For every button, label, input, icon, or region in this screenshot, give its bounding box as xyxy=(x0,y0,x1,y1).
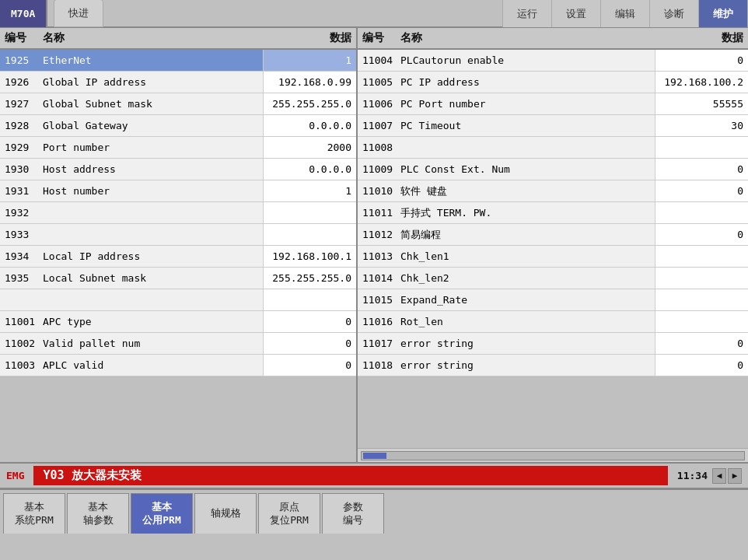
right-table-row[interactable]: 11010软件 键盘0 xyxy=(358,180,748,202)
cell-data: 0.0.0.0 xyxy=(263,115,356,136)
cell-name: Global Subnet mask xyxy=(43,98,263,110)
cell-num: 11012 xyxy=(358,229,400,240)
left-table-row[interactable]: 1934Local IP address192.168.100.1 xyxy=(0,246,356,268)
cell-num: 11002 xyxy=(0,338,43,349)
cell-num: 1935 xyxy=(0,272,43,284)
bottom-tab[interactable]: 基本 系统PRM xyxy=(3,493,65,534)
cell-data: 55555 xyxy=(655,93,748,114)
right-table-row[interactable]: 11012简易编程0 xyxy=(358,224,748,246)
arrow-right[interactable]: ▶ xyxy=(728,468,742,484)
bottom-tab[interactable]: 基本 公用PRM xyxy=(131,493,193,534)
right-table-row[interactable]: 11006PC Port number55555 xyxy=(358,93,748,115)
left-table-row[interactable]: 1928Global Gateway0.0.0.0 xyxy=(0,115,356,137)
left-table-row[interactable]: 1929Port number2000 xyxy=(0,137,356,159)
cell-data: 0 xyxy=(263,355,356,376)
cell-data xyxy=(655,246,748,267)
left-table-row[interactable]: 1927Global Subnet mask255.255.255.0 xyxy=(0,93,356,115)
left-table-row[interactable]: 11002Valid pallet num0 xyxy=(0,333,356,355)
cell-num: 1932 xyxy=(0,207,43,219)
cell-name: PLCautorun enable xyxy=(400,54,655,66)
cell-data: 192.168.0.99 xyxy=(263,72,356,93)
left-header-name: 名称 xyxy=(43,31,263,45)
nav-tab-设置[interactable]: 设置 xyxy=(551,0,600,27)
time-label: 11:34 xyxy=(677,470,708,481)
cell-name: Local IP address xyxy=(43,250,263,262)
right-table-row[interactable]: 11007PC Timeout30 xyxy=(358,115,748,137)
left-table-row[interactable]: 1932 xyxy=(0,202,356,224)
left-table-row[interactable]: 1926Global IP address192.168.0.99 xyxy=(0,72,356,93)
nav-tab-编辑[interactable]: 编辑 xyxy=(600,0,649,27)
right-table-row[interactable]: 11015Expand_Rate xyxy=(358,289,748,311)
right-panel: 编号 名称 数据 11004PLCautorun enable011005PC … xyxy=(358,28,748,462)
cell-num: 11013 xyxy=(358,250,400,262)
cell-data: 0 xyxy=(655,355,748,376)
cell-num: 1926 xyxy=(0,76,43,88)
status-message: Y03 放大器未安装 xyxy=(33,466,667,485)
cell-name: PC Timeout xyxy=(400,120,655,131)
cell-name: Valid pallet num xyxy=(43,338,263,349)
left-table-row[interactable]: 11001APC type0 xyxy=(0,311,356,333)
right-table-row[interactable]: 11016Rot_len xyxy=(358,311,748,333)
bottom-tab[interactable]: 参数 编号 xyxy=(322,493,384,534)
cell-name: 手持式 TERM. PW. xyxy=(400,206,655,220)
time-display: 11:34 ◀ ▶ xyxy=(677,468,742,484)
cell-name: 简易编程 xyxy=(400,228,655,242)
left-table-row[interactable]: 11003APLC valid0 xyxy=(0,355,356,376)
left-table-row[interactable]: 1933 xyxy=(0,224,356,246)
left-header-num: 编号 xyxy=(0,31,43,45)
nav-tab-运行[interactable]: 运行 xyxy=(502,0,551,27)
left-panel: 编号 名称 数据 1925EtherNet11926Global IP addr… xyxy=(0,28,358,462)
right-table-row[interactable]: 11011手持式 TERM. PW. xyxy=(358,202,748,224)
bottom-tab[interactable]: 基本 轴参数 xyxy=(67,493,129,534)
cell-data: 0 xyxy=(655,159,748,180)
right-header-num: 编号 xyxy=(358,31,400,45)
cell-data: 1 xyxy=(263,180,356,201)
cell-data: 255.255.255.0 xyxy=(263,93,356,114)
nav-tab-维护[interactable]: 维护 xyxy=(698,0,748,27)
cell-num: 11005 xyxy=(358,76,400,88)
cell-num: 1933 xyxy=(0,229,43,240)
right-table-header: 编号 名称 数据 xyxy=(358,28,748,50)
cell-data xyxy=(655,268,748,289)
bottom-tab[interactable]: 原点 复位PRM xyxy=(258,493,320,534)
cell-data: 0 xyxy=(655,180,748,201)
cell-data: 255.255.255.0 xyxy=(263,268,356,289)
cell-data: 0 xyxy=(655,224,748,245)
cell-name: error string xyxy=(400,359,655,371)
bottom-tab[interactable]: 轴规格 xyxy=(194,493,257,534)
cell-num: 1928 xyxy=(0,120,43,131)
cell-num: 1925 xyxy=(0,54,43,66)
cell-data xyxy=(263,202,356,223)
cell-num: 1934 xyxy=(0,250,43,262)
right-table-row[interactable]: 11008 xyxy=(358,137,748,159)
right-table-row[interactable]: 11018error string0 xyxy=(358,355,748,376)
right-table-row[interactable]: 11009PLC Const Ext. Num0 xyxy=(358,159,748,180)
cell-data: 2000 xyxy=(263,137,356,158)
left-table-row[interactable]: 1935Local Subnet mask255.255.255.0 xyxy=(0,268,356,289)
cell-data xyxy=(263,224,356,245)
bottom-tabs: 基本 系统PRM基本 轴参数基本 公用PRM轴规格原点 复位PRM参数 编号 xyxy=(0,488,748,534)
cell-name: Expand_Rate xyxy=(400,294,655,306)
cell-name: EtherNet xyxy=(43,54,263,66)
left-table-row[interactable] xyxy=(0,289,356,311)
cell-name: Host number xyxy=(43,185,263,197)
cell-data: 192.168.100.2 xyxy=(655,72,748,93)
left-table-header: 编号 名称 数据 xyxy=(0,28,356,50)
cell-name: APC type xyxy=(43,316,263,327)
arrow-left[interactable]: ◀ xyxy=(712,468,726,484)
left-table-row[interactable]: 1930Host address0.0.0.0 xyxy=(0,159,356,180)
right-table-row[interactable]: 11005PC IP address192.168.100.2 xyxy=(358,72,748,93)
scrollbar-track[interactable] xyxy=(361,451,745,460)
left-table-row[interactable]: 1931Host number1 xyxy=(0,180,356,202)
scroll-arrows[interactable]: ◀ ▶ xyxy=(712,468,742,484)
scrollbar-area[interactable] xyxy=(358,448,748,462)
nav-tab-诊断[interactable]: 诊断 xyxy=(649,0,698,27)
cell-name: 软件 键盘 xyxy=(400,184,655,198)
right-table-row[interactable]: 11014Chk_len2 xyxy=(358,268,748,289)
left-table-row[interactable]: 1925EtherNet1 xyxy=(0,50,356,72)
right-table-row[interactable]: 11004PLCautorun enable0 xyxy=(358,50,748,72)
top-bar: M70A 快进 运行设置编辑诊断维护 xyxy=(0,0,748,28)
right-table-row[interactable]: 11013Chk_len1 xyxy=(358,246,748,268)
cell-data: 30 xyxy=(655,115,748,136)
right-table-row[interactable]: 11017error string0 xyxy=(358,333,748,355)
